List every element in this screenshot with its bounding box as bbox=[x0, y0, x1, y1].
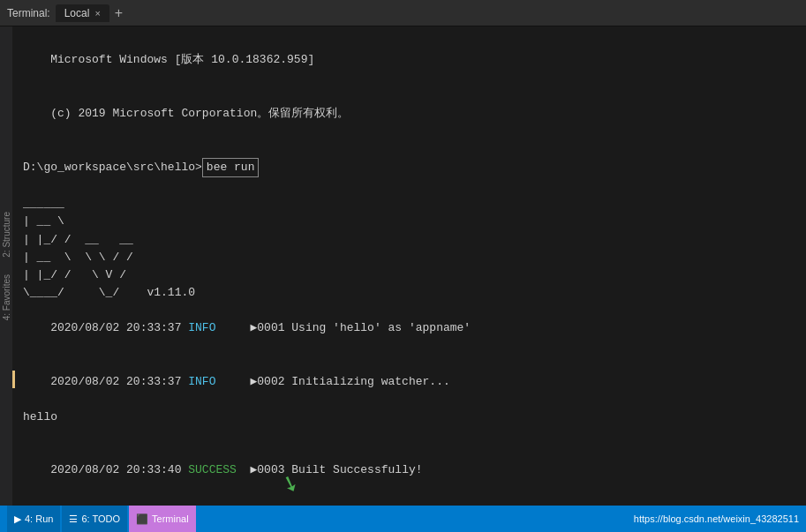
log-level-3: SUCCESS bbox=[188, 463, 243, 476]
log-line-3: 2020/08/02 20:33:40 SUCCESS ▶0003 Built … bbox=[23, 444, 795, 497]
log-num-1: ▶0001 Using 'hello' as 'appname' bbox=[222, 321, 471, 334]
tab-close-icon[interactable]: × bbox=[94, 8, 100, 19]
log-num-3: ▶0003 Built Successfully! bbox=[244, 463, 423, 476]
tab-add-button[interactable]: + bbox=[115, 5, 123, 21]
terminal-icon: ⬛ bbox=[136, 513, 148, 525]
tab-bar-label: Terminal: bbox=[7, 7, 50, 19]
terminal-cmd-line: D:\go_workspace\src\hello>bee run bbox=[23, 158, 795, 177]
sidebar-structure-label[interactable]: 2: Structure bbox=[2, 212, 11, 258]
terminal-blank-2 bbox=[23, 177, 795, 195]
terminal-hello: hello bbox=[23, 408, 795, 426]
run-icon: ▶ bbox=[14, 513, 21, 525]
log-line-4: 2020/08/02 20:33:40 INFO ▶0004 Restartin… bbox=[23, 498, 795, 506]
log-level-2: INFO bbox=[188, 375, 222, 388]
bee-version: v1.11.0 bbox=[147, 286, 195, 299]
log-line-2: 2020/08/02 20:33:37 INFO ▶0002 Initializ… bbox=[23, 356, 795, 408]
cmd-text: bee run bbox=[202, 158, 260, 177]
terminal-content: Microsoft Windows [版本 10.0.18362.959] (c… bbox=[12, 26, 806, 506]
status-terminal-item[interactable]: ⬛ Terminal bbox=[129, 506, 196, 532]
left-sidebar: 2: Structure 4: Favorites bbox=[0, 26, 12, 506]
run-label: 4: Run bbox=[25, 513, 53, 524]
log-time-1: 2020/08/02 20:33:37 bbox=[50, 321, 188, 334]
log-line-1: 2020/08/02 20:33:37 INFO ▶0001 Using 'he… bbox=[23, 302, 795, 355]
terminal-line-1: Microsoft Windows [版本 10.0.18362.959] bbox=[23, 34, 795, 86]
yellow-indicator-bar bbox=[12, 371, 15, 388]
tab-local[interactable]: Local × bbox=[56, 4, 109, 22]
todo-label: 6: TODO bbox=[81, 513, 120, 524]
status-bar: ▶ 4: Run ☰ 6: TODO ⬛ Terminal https://bl… bbox=[0, 506, 806, 532]
tab-bar: Terminal: Local × + bbox=[0, 0, 806, 26]
log-time-3: 2020/08/02 20:33:40 bbox=[50, 463, 188, 476]
cmd-prefix: D:\go_workspace\src\hello> bbox=[23, 159, 202, 176]
sidebar-favorites-label[interactable]: 4: Favorites bbox=[2, 274, 11, 320]
log-level-1: INFO bbox=[188, 321, 222, 334]
terminal-blank-3 bbox=[23, 426, 795, 444]
status-right-text: https://blog.csdn.net/weixin_43282511 bbox=[634, 513, 799, 524]
log-num-2: ▶0002 Initializing watcher... bbox=[222, 375, 449, 388]
todo-icon: ☰ bbox=[69, 513, 78, 525]
tab-local-label: Local bbox=[64, 7, 90, 19]
status-todo-item[interactable]: ☰ 6: TODO bbox=[62, 506, 127, 532]
terminal-line-2: (c) 2019 Microsoft Corporation。保留所有权利。 bbox=[23, 86, 795, 139]
log-time-2: 2020/08/02 20:33:37 bbox=[50, 375, 188, 388]
terminal-blank-1 bbox=[23, 140, 795, 158]
terminal-label: Terminal bbox=[152, 513, 189, 524]
bee-ascii-art: ______ | __ \ | |_/ / __ __ | __ \ \ \ /… bbox=[23, 195, 795, 302]
status-run-item[interactable]: ▶ 4: Run bbox=[7, 506, 60, 532]
